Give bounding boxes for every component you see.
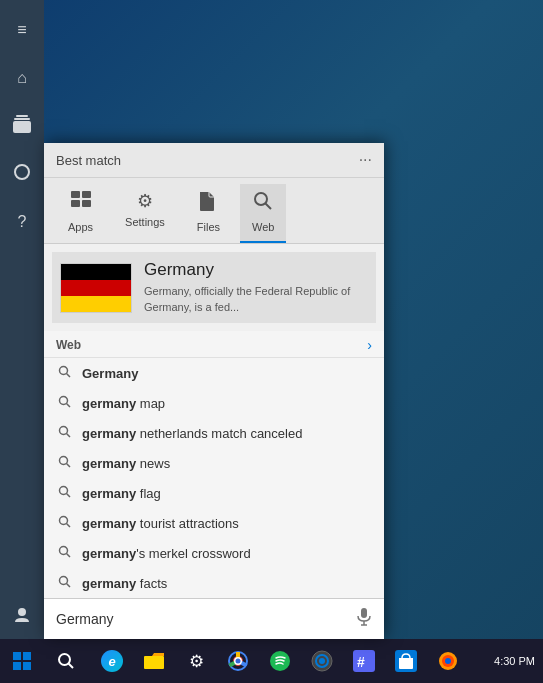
- taskbar-chrome-icon[interactable]: [218, 639, 258, 683]
- tab-files[interactable]: Files: [185, 184, 232, 243]
- svg-point-30: [59, 654, 70, 665]
- web-item-text-5: germany tourist attractions: [82, 516, 239, 531]
- svg-rect-7: [71, 200, 80, 207]
- svg-rect-1: [14, 118, 30, 120]
- circle-icon: [13, 163, 31, 185]
- taskbar-firefox-icon[interactable]: [428, 639, 468, 683]
- web-item-text-7: germany facts: [82, 576, 167, 591]
- web-item-5[interactable]: germany tourist attractions: [44, 508, 384, 538]
- flag-stripe-red: [61, 280, 131, 296]
- web-section-arrow[interactable]: ›: [367, 337, 372, 353]
- svg-point-3: [15, 165, 29, 179]
- country-description: Germany, officially the Federal Republic…: [144, 284, 368, 315]
- web-item-text-3: germany news: [82, 456, 170, 471]
- svg-rect-5: [71, 191, 80, 198]
- taskbar-spotify-icon[interactable]: [260, 639, 300, 683]
- tray-time: 4:30 PM: [494, 655, 535, 667]
- best-match-card[interactable]: Germany Germany, officially the Federal …: [52, 252, 376, 323]
- start-button[interactable]: [0, 639, 44, 683]
- svg-line-26: [66, 584, 70, 588]
- web-item-7[interactable]: germany facts: [44, 568, 384, 598]
- svg-point-43: [319, 658, 325, 664]
- tab-settings[interactable]: ⚙ Settings: [113, 184, 177, 243]
- germany-flag: [60, 263, 132, 313]
- svg-line-20: [66, 494, 70, 498]
- more-options-button[interactable]: ···: [359, 151, 372, 177]
- svg-rect-0: [16, 115, 28, 117]
- svg-point-17: [59, 457, 67, 465]
- search-icon-7: [56, 575, 72, 591]
- taskbar-explorer-icon[interactable]: [134, 639, 174, 683]
- best-match-label: Best match: [56, 153, 121, 176]
- search-input-value: Germany: [56, 611, 356, 627]
- sidebar-item-person[interactable]: [0, 104, 44, 148]
- taskbar-search-button[interactable]: [44, 639, 88, 683]
- hamburger-icon: ≡: [17, 21, 26, 39]
- svg-line-16: [66, 434, 70, 438]
- search-icon-2: [56, 425, 72, 441]
- svg-point-19: [59, 487, 67, 495]
- settings-icon: ⚙: [137, 190, 153, 212]
- taskbar-edge-icon[interactable]: e: [92, 639, 132, 683]
- taskbar: e ⚙: [0, 639, 543, 683]
- svg-point-39: [236, 659, 241, 664]
- search-box[interactable]: Germany: [44, 598, 384, 639]
- svg-text:#: #: [357, 654, 365, 670]
- menu-header: Best match ···: [44, 143, 384, 178]
- web-item-text-0: Germany: [82, 366, 138, 381]
- svg-point-21: [59, 517, 67, 525]
- tab-web[interactable]: Web: [240, 184, 286, 243]
- web-item-4[interactable]: germany flag: [44, 478, 384, 508]
- svg-line-12: [66, 374, 70, 378]
- web-item-1[interactable]: germany map: [44, 388, 384, 418]
- svg-line-24: [66, 554, 70, 558]
- flag-stripe-yellow: [61, 296, 131, 312]
- person-icon: [12, 114, 32, 138]
- sidebar-item-cortana[interactable]: [0, 152, 44, 196]
- sidebar-item-user[interactable]: [0, 595, 44, 639]
- web-item-0[interactable]: Germany: [44, 358, 384, 388]
- sidebar-item-home[interactable]: ⌂: [0, 56, 44, 100]
- search-icon-3: [56, 455, 72, 471]
- web-item-2[interactable]: germany netherlands match canceled: [44, 418, 384, 448]
- web-search-icon: [252, 190, 274, 217]
- svg-rect-6: [82, 191, 91, 198]
- search-icon-6: [56, 545, 72, 561]
- sidebar-item-question[interactable]: ?: [0, 200, 44, 244]
- web-results-section: Web › Germany: [44, 331, 384, 598]
- web-item-text-2: germany netherlands match canceled: [82, 426, 302, 441]
- svg-point-49: [445, 658, 451, 664]
- taskbar-store-icon[interactable]: [386, 639, 426, 683]
- sidebar-item-hamburger[interactable]: ≡: [0, 8, 44, 52]
- taskbar-camera-icon[interactable]: [302, 639, 342, 683]
- web-item-6[interactable]: germany's merkel crossword: [44, 538, 384, 568]
- taskbar-settings-icon[interactable]: ⚙: [176, 639, 216, 683]
- svg-line-10: [266, 204, 272, 210]
- search-icon-5: [56, 515, 72, 531]
- start-menu: Best match ··· Apps ⚙ Settings: [44, 143, 384, 639]
- microphone-icon[interactable]: [356, 607, 372, 631]
- desktop: ≡ ⌂ ?: [0, 0, 543, 683]
- svg-rect-27: [361, 608, 367, 618]
- home-icon: ⌂: [17, 69, 27, 87]
- svg-point-40: [270, 651, 290, 671]
- svg-point-11: [59, 367, 67, 375]
- svg-point-9: [255, 193, 267, 205]
- svg-point-13: [59, 397, 67, 405]
- best-match-info: Germany Germany, officially the Federal …: [144, 260, 368, 315]
- search-icon-0: [56, 365, 72, 381]
- tab-apps[interactable]: Apps: [56, 184, 105, 243]
- svg-line-14: [66, 404, 70, 408]
- web-item-text-4: germany flag: [82, 486, 161, 501]
- web-item-text-6: germany's merkel crossword: [82, 546, 251, 561]
- svg-point-23: [59, 547, 67, 555]
- svg-point-4: [18, 608, 26, 616]
- web-item-3[interactable]: germany news: [44, 448, 384, 478]
- web-section-label: Web: [56, 338, 81, 352]
- svg-point-15: [59, 427, 67, 435]
- tab-apps-label: Apps: [68, 221, 93, 233]
- taskbar-hashtag-icon[interactable]: #: [344, 639, 384, 683]
- question-icon: ?: [18, 213, 27, 231]
- search-icon-1: [56, 395, 72, 411]
- search-icon-4: [56, 485, 72, 501]
